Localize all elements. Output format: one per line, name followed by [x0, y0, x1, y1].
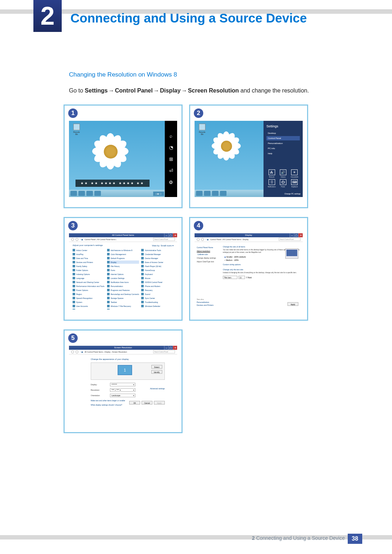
quick-tile: 🖧Network [266, 169, 277, 178]
control-panel-item: File History [107, 264, 139, 268]
view-by: View by: Small icons ▾ [152, 244, 173, 247]
control-panel-item: Fonts [107, 268, 139, 272]
control-panel-item: Speech Recognition [73, 296, 105, 300]
control-panel-item: Notification Area Icons [107, 280, 139, 284]
control-panel-item: Windows Update [107, 308, 139, 309]
screenshot-card-1: 1 Recycle Bin ★★ ★★ ★★★★ ★★★★ ★★ ⌕ ◔ ⊞ ⏎… [64, 104, 183, 208]
window-title: Display [195, 233, 303, 237]
taskbar-item [70, 191, 77, 196]
taskbar-item [78, 191, 85, 196]
section-heading: Change only the text size [223, 268, 300, 271]
taskbar-item [196, 191, 203, 196]
search-input [153, 238, 175, 241]
change-pc-settings-link: Change PC settings [285, 193, 301, 195]
control-panel-item: Date and Time [73, 257, 105, 260]
taskbar-item [86, 191, 93, 196]
back-button [71, 238, 74, 241]
apply-button: Apply [287, 302, 298, 306]
chapter-badge: 2 [33, 0, 62, 32]
taskbar-item [204, 191, 211, 196]
control-panel-item: Family Safety [73, 264, 105, 268]
control-panel-item: Personalization [107, 284, 139, 288]
control-panel-item [141, 308, 173, 309]
charms-bar: ⌕ ◔ ⊞ ⏎ ⚙ [165, 121, 177, 197]
control-panel-item: Recovery [141, 288, 173, 292]
taskbar-item [94, 191, 101, 196]
chapter-title: Connecting and Using a Source Device [70, 11, 307, 25]
control-panel-item: Windows 7 File Recovery [107, 304, 139, 308]
control-panel-item: Folder Options [73, 268, 105, 272]
control-panel-item: Language [73, 276, 105, 280]
settings-panel-item: Control Panel [266, 136, 300, 140]
control-panel-item: System [73, 300, 105, 304]
settings-panel-title: Settings [266, 124, 300, 128]
search-input [279, 238, 301, 241]
window-controls: –▢✕ [164, 233, 177, 237]
orientation-select: Landscape [110, 394, 135, 397]
identify-button: Identify [151, 370, 162, 374]
control-panel-item: Sync Center [141, 296, 173, 300]
control-panel-item: Windows Defender [141, 304, 173, 308]
control-panel-item: User Accounts [73, 304, 105, 308]
settings-panel-item: Help [266, 151, 300, 156]
section-subheading: Changing the Resolution on Windows 8 [69, 71, 359, 78]
control-panel-item: Performance Information and Tools [73, 284, 105, 288]
resolution-select: **** × **** ▾ [110, 388, 135, 392]
control-panel-item: Ease of Access Center [141, 260, 173, 264]
detect-button: Detect [151, 365, 162, 369]
system-tray: ▯ ▣ ▢ [153, 192, 164, 196]
taskbar-item [220, 191, 226, 196]
control-panel-item: Credential Manager [141, 253, 173, 256]
control-panel-item: Indexing Options [73, 272, 105, 276]
screenshot-card-5: 5 Screen Resolution –▢✕ ↑ ▣ All Control … [64, 329, 183, 433]
step-badge: 5 [68, 333, 78, 343]
step-badge: 2 [194, 108, 203, 118]
screenshot-card-4: 4 Display –▢✕ ↑ ▣ Control Panel › All Co… [189, 217, 308, 321]
control-panel-item: RemoteApp and Desktop Connections [107, 292, 139, 296]
adjust-heading: Adjust your computer's settings [73, 244, 103, 247]
footer-chapter-ref: 2 Connecting and Using a Source Device [252, 535, 345, 541]
quick-tile: ☀Unavailable [289, 169, 300, 178]
ok-button: OK [129, 401, 140, 405]
apply-button: Apply [154, 401, 165, 405]
section-heading: Change the size of all items [223, 246, 300, 248]
cancel-button: Cancel [142, 401, 152, 405]
control-panel-item: Action Center [73, 249, 105, 252]
main-heading: Change the appearance of your display [91, 358, 165, 360]
window-title: All Control Panel Items [69, 233, 177, 237]
start-icon: ⊞ [168, 156, 174, 162]
display-preview: 1 Detect Identify [91, 362, 165, 380]
advanced-settings-link: Advanced settings [150, 387, 165, 390]
taskbar-item [212, 191, 219, 196]
control-panel-item: Default Programs [107, 257, 139, 260]
wallpaper-daisy [202, 127, 251, 165]
settings-charm-panel: Settings DesktopControl PanelPersonaliza… [264, 121, 303, 197]
control-panel-item: Display [107, 260, 139, 264]
page-number: 38 [348, 534, 362, 544]
control-panel-item: Administrative Tools [141, 249, 173, 252]
monitor-preview [285, 249, 298, 259]
radio-medium: Medium - 125% [223, 259, 300, 261]
screenshot-grid: 1 Recycle Bin ★★ ★★ ★★★★ ★★★★ ★★ ⌕ ◔ ⊞ ⏎… [64, 104, 308, 433]
control-panel-item: Troubleshooting [141, 300, 173, 304]
step-badge: 1 [68, 108, 78, 118]
control-panel-item: Network and Sharing Center [73, 280, 105, 284]
settings-panel-item: Desktop [266, 131, 300, 135]
control-panel-item: Devices and Printers [73, 260, 105, 264]
control-panel-item: Keyboard [141, 272, 173, 276]
share-icon: ◔ [168, 144, 174, 150]
control-panel-item: Region [73, 292, 105, 296]
control-panel-item: AutoPlay [73, 253, 105, 256]
forward-button [75, 238, 78, 241]
control-panel-item: Power Options [73, 288, 105, 292]
quick-tile: ⏻Power [278, 179, 288, 188]
control-panel-item: Storage Spaces [107, 296, 139, 300]
control-panel-item: Taskbar [107, 300, 139, 304]
wallpaper-daisy [80, 128, 142, 175]
control-panel-item: Internet Options [107, 272, 139, 276]
screenshot-card-2: 2 Recycle Bin Settings DesktopControl Pa… [189, 104, 308, 208]
control-panel-item: Phone and Modem [141, 284, 173, 288]
step-badge: 3 [68, 221, 78, 230]
window-controls: –▢✕ [164, 346, 177, 350]
quick-tile: ☰Notifications [266, 179, 277, 188]
